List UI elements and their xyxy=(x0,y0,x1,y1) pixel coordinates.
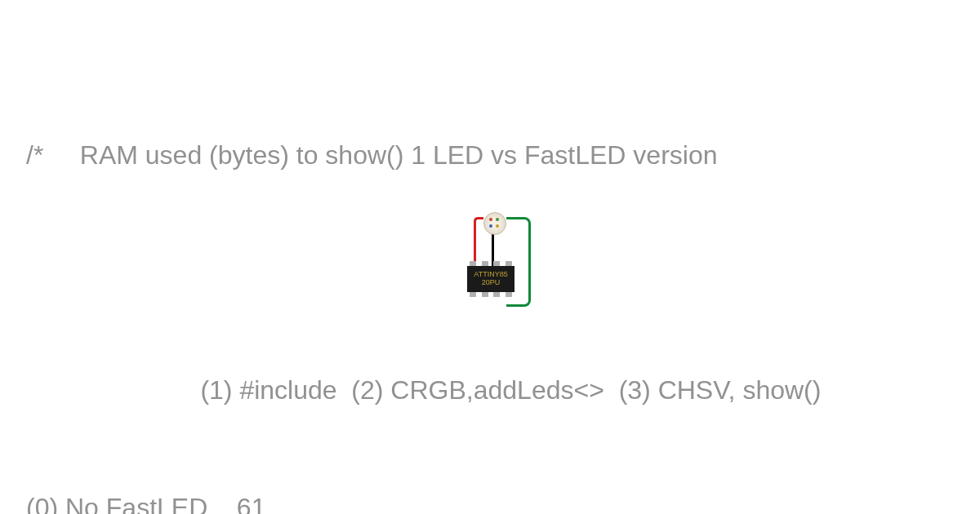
title-line: /* RAM used (bytes) to show() 1 LED vs F… xyxy=(26,135,954,175)
chip-pin xyxy=(506,292,512,297)
led-rgb-dots xyxy=(489,218,501,229)
header-line: (1) #include (2) CRGB,addLeds<> (3) CHSV… xyxy=(26,370,954,410)
chip-pin xyxy=(493,292,500,297)
led-dot-red xyxy=(489,218,492,221)
chip-label-line2: 20PU xyxy=(482,279,501,287)
led-dot-blue xyxy=(489,224,492,228)
attiny-led-illustration: ATTINY85 20PU xyxy=(467,212,532,310)
chip-pin xyxy=(470,292,476,297)
data-row: (0) No FastLED 61 xyxy=(26,488,954,514)
chip-pins-bottom xyxy=(470,292,512,297)
led-dot-green xyxy=(496,218,499,221)
wire-red xyxy=(474,217,483,266)
attiny-chip: ATTINY85 20PU xyxy=(467,266,514,292)
led-dot-yellow xyxy=(496,224,499,228)
chip-pin xyxy=(482,292,488,297)
